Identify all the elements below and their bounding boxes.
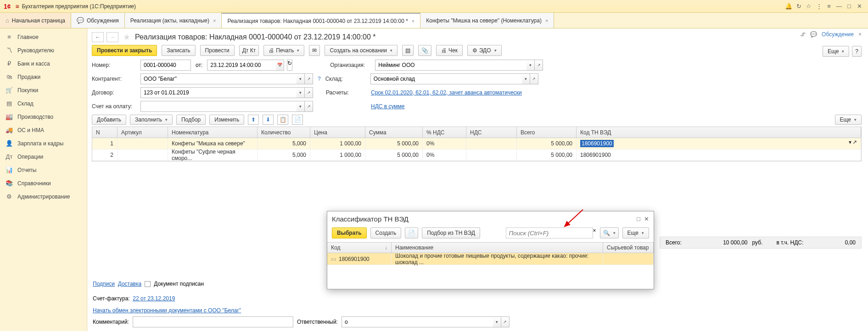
maximize-icon[interactable]: □ bbox=[637, 216, 640, 222]
maximize-icon[interactable]: □ bbox=[844, 3, 854, 10]
move-down-button[interactable]: ⬇ bbox=[263, 115, 274, 125]
hint-icon[interactable]: ? bbox=[318, 76, 321, 82]
col-vatpct[interactable]: % НДС bbox=[423, 127, 466, 138]
popup-col-code[interactable]: Код↓ bbox=[327, 243, 392, 253]
pick-button[interactable]: Подбор bbox=[176, 115, 206, 125]
dtkt-button[interactable]: Дт Кт bbox=[239, 45, 259, 56]
chevron-down-icon[interactable]: ▾ bbox=[526, 60, 535, 71]
history-icon[interactable]: ↻ bbox=[794, 3, 804, 10]
write-button[interactable]: Записать bbox=[162, 45, 195, 56]
sidebar-item-salary[interactable]: 👤Зарплата и кадры bbox=[0, 137, 87, 150]
open-icon[interactable]: ↗ bbox=[535, 60, 543, 71]
favorite-icon[interactable]: ★ bbox=[123, 32, 130, 42]
attach-icon[interactable]: 🖇 bbox=[800, 31, 806, 38]
open-icon[interactable]: ↗ bbox=[305, 87, 313, 98]
sidebar-item-references[interactable]: 📚Справочники bbox=[0, 177, 87, 190]
col-article[interactable]: Артикул bbox=[118, 127, 168, 138]
open-icon[interactable]: ↗ bbox=[501, 316, 510, 327]
comment-input[interactable] bbox=[133, 316, 293, 327]
date-input[interactable] bbox=[207, 60, 276, 71]
calc-link[interactable]: Срок 02.01.2020, 62.01, 62.02, зачет ава… bbox=[371, 89, 522, 96]
tnved-cell-editing[interactable]: 1806901900▾↗ bbox=[577, 138, 861, 149]
sidebar-item-bank[interactable]: ₽Банк и касса bbox=[0, 57, 87, 70]
edo-button[interactable]: ⚙ ЭДО bbox=[467, 45, 502, 56]
popup-row[interactable]: ▭1806901900 Шоколад и прочие готовые пищ… bbox=[327, 253, 654, 265]
select-button[interactable]: Выбрать bbox=[332, 227, 367, 238]
create-button[interactable]: Создать bbox=[370, 227, 402, 238]
popup-col-raw[interactable]: Сырьевой товар bbox=[603, 243, 654, 253]
warehouse-input[interactable] bbox=[370, 73, 522, 84]
col-tnved[interactable]: Код ТН ВЭД bbox=[577, 127, 861, 138]
tab-realization-doc[interactable]: Реализация товаров: Накладная 0001-00004… bbox=[222, 13, 420, 28]
popup-more-button[interactable]: Еще bbox=[622, 227, 649, 238]
col-n[interactable]: N bbox=[92, 127, 118, 138]
chevron-down-icon[interactable]: ▾ bbox=[849, 139, 851, 148]
help-button[interactable]: ? bbox=[852, 46, 862, 57]
tab-home[interactable]: ⌂Начальная страница bbox=[0, 13, 71, 28]
close-icon[interactable]: × bbox=[213, 18, 216, 23]
forward-button[interactable]: → bbox=[106, 32, 118, 42]
chevron-down-icon[interactable]: ▾ bbox=[297, 87, 305, 98]
sidebar-item-operations[interactable]: ДтОперации bbox=[0, 150, 87, 163]
table-row[interactable]: 2 Конфеты "Суфле черная сморо... 5,000 1… bbox=[92, 149, 861, 161]
table-more-button[interactable]: Еще bbox=[835, 115, 862, 125]
close-icon[interactable]: × bbox=[412, 18, 414, 24]
col-sum[interactable]: Сумма bbox=[365, 127, 423, 138]
close-icon[interactable]: × bbox=[545, 18, 548, 23]
number-input[interactable] bbox=[140, 60, 191, 71]
sidebar-item-warehouse[interactable]: ▤Склад bbox=[0, 97, 87, 110]
clear-icon[interactable]: × bbox=[593, 227, 596, 238]
tab-realization-list[interactable]: Реализация (акты, накладные)× bbox=[125, 13, 222, 28]
back-button[interactable]: ← bbox=[92, 32, 104, 42]
menu-icon[interactable]: ≡ bbox=[16, 3, 19, 10]
contragent-input[interactable] bbox=[140, 73, 297, 84]
post-button[interactable]: Провести bbox=[200, 45, 235, 56]
card-button[interactable]: ▤ bbox=[402, 45, 414, 56]
copy-button[interactable]: 📋 bbox=[277, 115, 288, 125]
fill-button[interactable]: Заполнить bbox=[130, 115, 173, 125]
col-price[interactable]: Цена bbox=[310, 127, 365, 138]
mail-button[interactable]: ✉ bbox=[309, 45, 320, 56]
open-icon[interactable]: ↗ bbox=[305, 101, 313, 112]
cheque-button[interactable]: 🖨 Чек bbox=[436, 45, 463, 56]
doc-signed-checkbox[interactable] bbox=[145, 281, 151, 287]
minimize-icon[interactable]: — bbox=[834, 3, 844, 10]
pick-tnved-button[interactable]: Подбор из ТН ВЭД bbox=[422, 227, 480, 238]
sidebar-item-admin[interactable]: ⚙Администрирование bbox=[0, 190, 87, 203]
sidebar-item-purchases[interactable]: 🛒Покупки bbox=[0, 83, 87, 97]
chevron-down-icon[interactable]: ▾ bbox=[493, 316, 501, 327]
close-doc-icon[interactable]: × bbox=[858, 31, 862, 38]
paste-button[interactable]: 📄 bbox=[292, 115, 303, 125]
sidebar-item-manager[interactable]: 〽Руководителю bbox=[0, 44, 87, 57]
sidebar-item-reports[interactable]: 📊Отчеты bbox=[0, 163, 87, 177]
attach-button[interactable]: 📎 bbox=[418, 45, 431, 56]
star-icon[interactable]: ☆ bbox=[804, 3, 814, 10]
discussion-link[interactable]: Обсуждение bbox=[822, 31, 854, 38]
col-total[interactable]: Всего bbox=[517, 127, 577, 138]
sf-link[interactable]: 22 от 23.12.2019 bbox=[133, 295, 175, 302]
chevron-down-icon[interactable]: ▾ bbox=[297, 101, 305, 112]
search-button[interactable]: 🔍 bbox=[600, 227, 619, 238]
chevron-down-icon[interactable]: ▾ bbox=[297, 73, 305, 84]
create-based-button[interactable]: Создать на основании bbox=[325, 45, 398, 56]
chat-icon[interactable]: 💬 bbox=[810, 31, 817, 38]
start-exchange-link[interactable]: Начать обмен электронными документами с … bbox=[93, 307, 241, 314]
tab-discussions[interactable]: 💬Обсуждения bbox=[71, 13, 125, 28]
close-icon[interactable]: ✕ bbox=[854, 3, 864, 10]
vat-link[interactable]: НДС в сумме bbox=[371, 103, 405, 110]
sidebar-item-sales[interactable]: 🛍Продажи bbox=[0, 70, 87, 83]
edit-button[interactable]: Изменить bbox=[209, 115, 244, 125]
account-input[interactable] bbox=[140, 101, 297, 112]
responsible-input[interactable] bbox=[342, 316, 493, 327]
add-row-button[interactable]: Добавить bbox=[92, 115, 126, 125]
col-qty[interactable]: Количество bbox=[258, 127, 310, 138]
sidebar-item-production[interactable]: 🏭Производство bbox=[0, 110, 87, 123]
close-icon[interactable]: ✕ bbox=[644, 216, 649, 222]
move-up-button[interactable]: ⬆ bbox=[248, 115, 259, 125]
chevron-down-icon[interactable]: ▾ bbox=[522, 73, 530, 84]
refresh-icon[interactable]: ↻ bbox=[287, 60, 292, 71]
copy-button[interactable]: 📄 bbox=[405, 227, 418, 238]
post-close-button[interactable]: Провести и закрыть bbox=[92, 45, 157, 56]
dots-icon[interactable]: ⋮ bbox=[814, 3, 824, 10]
sidebar-item-main[interactable]: ≡Главное bbox=[0, 30, 87, 44]
